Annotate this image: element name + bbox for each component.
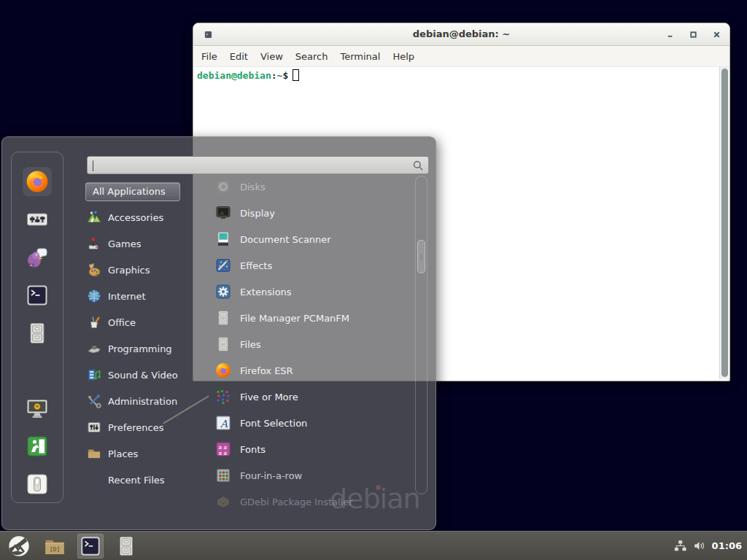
category-games[interactable]: Games (85, 230, 206, 257)
close-button[interactable] (713, 31, 721, 39)
file-cabinet-icon (115, 535, 137, 557)
taskbar-menu[interactable] (6, 534, 32, 559)
four-in-a-row-icon (215, 467, 231, 483)
cat-graphics-icon (87, 262, 101, 277)
terminal-menu-view[interactable]: View (260, 51, 283, 62)
app-effects[interactable]: Effects (215, 252, 414, 279)
terminal-menu-file[interactable]: File (201, 51, 217, 62)
app-display[interactable]: Display (215, 200, 414, 226)
category-places[interactable]: Places (85, 440, 206, 467)
terminal-prompt: debian@debian:~$ (194, 67, 729, 81)
terminal-menu-search[interactable]: Search (295, 51, 328, 62)
fonts-icon: a aa a (215, 441, 231, 457)
app-files[interactable]: Files (215, 331, 414, 357)
favorite-terminal[interactable] (23, 281, 52, 310)
firefox-icon (215, 362, 231, 378)
application-menu: All Applications AccessoriesGamesGraphic… (1, 136, 436, 530)
taskbar-terminal[interactable] (77, 534, 104, 559)
app-label: Four-in-a-row (240, 470, 302, 481)
category-office[interactable]: Office (85, 309, 206, 335)
category-internet[interactable]: Internet (85, 283, 206, 309)
terminal-scrollbar-thumb[interactable] (721, 69, 728, 377)
effects-icon (215, 257, 231, 273)
prompt-symbol: $ (282, 70, 288, 81)
category-accessories[interactable]: Accessories (85, 204, 206, 230)
menu-scrollbar[interactable] (415, 176, 427, 494)
window-title: debian@debian: ~ (193, 23, 729, 45)
app-fonts[interactable]: a aa aFonts (215, 436, 414, 462)
search-input[interactable] (93, 158, 409, 173)
extensions-icon (215, 284, 231, 300)
app-five-or-more[interactable]: Five or More (215, 384, 414, 410)
tray: 01:06 (674, 540, 747, 552)
favorite-firefox[interactable] (23, 167, 52, 196)
folder-d-icon: [D] (44, 535, 66, 557)
favorite-file-manager[interactable] (23, 319, 52, 348)
svg-text:[D]: [D] (50, 545, 60, 552)
shutdown-icon (26, 472, 49, 496)
category-label: Programming (108, 343, 172, 354)
search-icon (412, 160, 424, 171)
app-label: Effects (240, 260, 272, 271)
network-tray-icon[interactable] (674, 540, 686, 552)
favorite-shutdown[interactable] (23, 470, 52, 499)
category-graphics[interactable]: Graphics (85, 257, 206, 283)
category-label: Administration (108, 396, 177, 407)
terminal-menu-terminal[interactable]: Terminal (340, 51, 380, 62)
category-preferences[interactable]: Preferences (85, 414, 206, 440)
category-label: Places (108, 448, 138, 459)
app-firefox-esr[interactable]: Firefox ESR (215, 357, 414, 384)
category-label: Games (108, 238, 141, 249)
minimize-button[interactable] (666, 31, 674, 39)
app-font-selection[interactable]: AFont Selection (215, 410, 414, 436)
app-label: Font Selection (240, 418, 307, 429)
category-label: Preferences (108, 422, 163, 433)
cat-internet-icon (87, 289, 101, 303)
app-document-scanner[interactable]: Document Scanner (215, 226, 414, 252)
app-file-manager-pcmanfm[interactable]: File Manager PCManFM (215, 305, 414, 331)
text-caret (93, 160, 93, 171)
terminal-scrollbar[interactable] (719, 67, 729, 379)
gdebi-icon (215, 494, 231, 510)
app-four-in-a-row[interactable]: Four-in-a-row (215, 462, 414, 489)
favorite-control-center[interactable] (23, 205, 52, 234)
category-recent-files[interactable]: Recent Files (85, 467, 206, 493)
all-applications-button[interactable]: All Applications (85, 182, 180, 201)
terminal-titlebar[interactable]: debian@debian: ~ (193, 23, 729, 46)
prompt-path: ~ (277, 70, 283, 81)
app-label: Display (240, 208, 275, 219)
terminal-window-icon (204, 31, 212, 39)
favorite-log-out[interactable] (23, 432, 52, 461)
category-list: AccessoriesGamesGraphicsInternetOfficePr… (85, 204, 206, 493)
app-disks[interactable]: Disks (215, 174, 414, 200)
scrollbar-grip-icon (420, 254, 422, 260)
category-sound-video[interactable]: Sound & Video (85, 362, 206, 388)
app-extensions[interactable]: Extensions (215, 279, 414, 305)
terminal-cursor (293, 69, 299, 81)
favorite-lock-screen[interactable] (23, 394, 52, 423)
terminal-app-icon (80, 535, 101, 557)
app-label: Five or More (240, 392, 298, 402)
favorite-pidgin[interactable] (23, 243, 52, 272)
app-gdebi-package-installer[interactable]: GDebi Package Installer (215, 489, 414, 515)
terminal-menubar: FileEditViewSearchTerminalHelp (193, 46, 729, 67)
terminal-menu-help[interactable]: Help (392, 51, 414, 62)
volume-tray-icon[interactable] (693, 540, 705, 552)
category-label: Internet (108, 291, 146, 302)
cat-sound-video-icon (87, 368, 101, 382)
disks-icon (215, 179, 231, 195)
taskbar-file-manager[interactable]: [D] (42, 534, 68, 559)
menu-scrollbar-thumb[interactable] (417, 240, 425, 273)
taskbar-clock[interactable]: 01:06 (712, 540, 742, 551)
document-scanner-icon (215, 231, 231, 247)
terminal-menu-edit[interactable]: Edit (230, 51, 248, 62)
maximize-button[interactable] (689, 31, 697, 39)
pidgin-icon (26, 246, 49, 269)
category-administration[interactable]: Administration (85, 388, 206, 414)
taskbar-files[interactable] (113, 534, 139, 559)
category-label: Accessories (108, 212, 163, 223)
cat-games-icon (87, 236, 101, 251)
lock-screen-icon (26, 397, 49, 420)
cat-administration-icon (87, 394, 101, 408)
category-programming[interactable]: Programming (85, 335, 206, 362)
